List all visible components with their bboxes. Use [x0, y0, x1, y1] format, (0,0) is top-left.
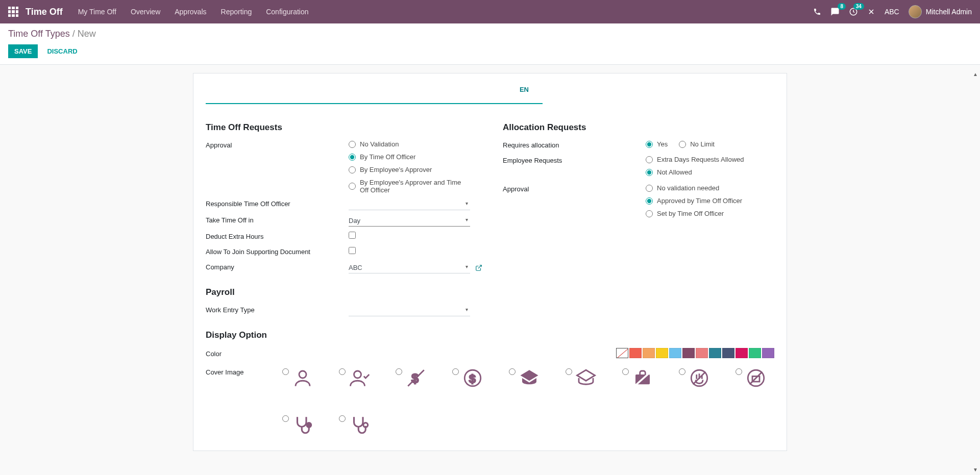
cover-opt-9[interactable] [736, 367, 767, 389]
cover-opt-2[interactable] [339, 367, 370, 389]
color-swatch-3[interactable] [656, 348, 668, 358]
label-allow-doc: Allow To Join Supporting Document [206, 247, 349, 256]
radio-label: No Limit [690, 140, 715, 148]
section-payroll: Payroll [206, 287, 482, 297]
section-display: Display Option [206, 330, 482, 340]
form-scroll-area[interactable]: EN Time Off Requests Approval No Validat… [0, 65, 980, 470]
control-panel: Time Off Types / New SAVE DISCARD [0, 23, 980, 65]
label-requires-alloc: Requires allocation [503, 140, 646, 149]
activities-badge: 34 [853, 3, 864, 10]
username: Mitchell Admin [926, 8, 972, 16]
save-button[interactable]: SAVE [8, 44, 38, 58]
radio-label: Not Allowed [657, 168, 692, 176]
cover-opt-5[interactable] [509, 367, 540, 389]
label-deduct: Deduct Extra Hours [206, 232, 349, 240]
allow-doc-checkbox[interactable] [349, 247, 482, 254]
cover-opt-11[interactable] [339, 414, 370, 436]
radio-no-val-needed[interactable]: No validation needed [646, 184, 774, 192]
color-swatch-5[interactable] [682, 348, 695, 358]
no-briefcase-circle-icon [745, 367, 767, 389]
cover-opt-8[interactable] [679, 367, 710, 389]
activities-icon[interactable]: 34 [849, 7, 858, 16]
no-hand-icon [689, 367, 710, 389]
person-icon [292, 367, 313, 389]
radio-label: No validation needed [657, 184, 719, 192]
breadcrumb-parent[interactable]: Time Off Types [8, 29, 70, 39]
cover-opt-10[interactable] [282, 414, 313, 436]
radio-by-officer[interactable]: By Time Off Officer [349, 153, 482, 161]
messages-icon[interactable]: 8 [830, 7, 840, 16]
nav-configuration[interactable]: Configuration [266, 8, 308, 16]
nav-approvals[interactable]: Approvals [175, 8, 206, 16]
color-swatch-group [616, 348, 774, 358]
take-time-off-select[interactable] [349, 215, 470, 227]
external-link-icon[interactable] [475, 264, 482, 271]
radio-not-allowed[interactable]: Not Allowed [646, 168, 774, 176]
label-work-entry: Work Entry Type [206, 305, 349, 314]
color-swatch-11[interactable] [762, 348, 774, 358]
cover-opt-3[interactable]: $ [396, 367, 427, 389]
label-cover-image: Cover Image [206, 367, 282, 376]
radio-alloc-yes[interactable]: Yes [646, 140, 668, 148]
scrollbar-up-icon[interactable]: ▲ [972, 71, 979, 79]
scrollbar-down-icon[interactable]: ▼ [972, 467, 979, 474]
radio-label: By Employee's Approver and Time Off Offi… [360, 179, 467, 194]
svg-point-1 [299, 371, 306, 378]
color-swatch-8[interactable] [722, 348, 734, 358]
company-select[interactable] [349, 262, 470, 273]
deduct-checkbox[interactable] [349, 232, 482, 239]
stethoscope-outline-icon [349, 414, 370, 436]
color-swatch-9[interactable] [736, 348, 748, 358]
svg-point-14 [307, 423, 311, 428]
nav-reporting[interactable]: Reporting [221, 8, 252, 16]
radio-by-both[interactable]: By Employee's Approver and Time Off Offi… [349, 179, 482, 194]
color-swatch-1[interactable] [629, 348, 642, 358]
color-swatch-2[interactable] [643, 348, 655, 358]
dollar-circle-icon: $ [462, 367, 483, 389]
company-switcher[interactable]: ABC [885, 8, 899, 16]
cover-opt-1[interactable] [282, 367, 313, 389]
cover-opt-6[interactable] [566, 367, 597, 389]
radio-no-validation[interactable]: No Validation [349, 140, 482, 148]
color-swatch-7[interactable] [709, 348, 721, 358]
apps-menu-icon[interactable] [8, 7, 18, 17]
radio-by-approver[interactable]: By Employee's Approver [349, 166, 482, 173]
color-swatch-none[interactable] [616, 348, 628, 358]
no-money-icon: $ [405, 367, 427, 389]
close-icon[interactable] [867, 8, 875, 16]
color-swatch-4[interactable] [669, 348, 681, 358]
nav-overview[interactable]: Overview [131, 8, 160, 16]
user-menu[interactable]: Mitchell Admin [909, 5, 972, 18]
label-color: Color [206, 349, 349, 358]
avatar [909, 5, 922, 18]
label-responsible: Responsible Time Off Officer [206, 199, 349, 208]
svg-point-2 [354, 371, 361, 378]
nav-my-time-off[interactable]: My Time Off [78, 8, 116, 16]
breadcrumb-current: New [78, 29, 96, 39]
color-swatch-10[interactable] [749, 348, 761, 358]
phone-icon[interactable] [813, 8, 821, 16]
radio-label: Set by Time Off Officer [657, 210, 724, 217]
app-title: Time Off [26, 7, 63, 17]
section-allocation-requests: Allocation Requests [503, 122, 774, 133]
work-entry-select[interactable] [349, 305, 470, 316]
label-take-in: Take Time Off in [206, 215, 349, 224]
radio-alloc-nolimit[interactable]: No Limit [679, 140, 715, 148]
radio-extra-allowed[interactable]: Extra Days Requests Allowed [646, 156, 774, 163]
color-swatch-6[interactable] [696, 348, 708, 358]
discard-button[interactable]: DISCARD [41, 44, 83, 58]
radio-label: Extra Days Requests Allowed [657, 156, 744, 163]
lang-badge[interactable]: EN [520, 86, 529, 93]
radio-set-officer[interactable]: Set by Time Off Officer [646, 210, 774, 217]
label-company: Company [206, 262, 349, 271]
name-input[interactable] [206, 86, 543, 104]
topbar: Time Off My Time Off Overview Approvals … [0, 0, 980, 23]
radio-label: By Employee's Approver [360, 166, 432, 173]
label-approval: Approval [206, 140, 349, 149]
cover-opt-7[interactable] [622, 367, 653, 389]
label-alloc-approval: Approval [503, 184, 646, 193]
responsible-select[interactable] [349, 199, 470, 210]
radio-approved-officer[interactable]: Approved by Time Off Officer [646, 197, 774, 205]
cover-opt-4[interactable]: $ [452, 367, 483, 389]
svg-text:$: $ [469, 372, 476, 385]
